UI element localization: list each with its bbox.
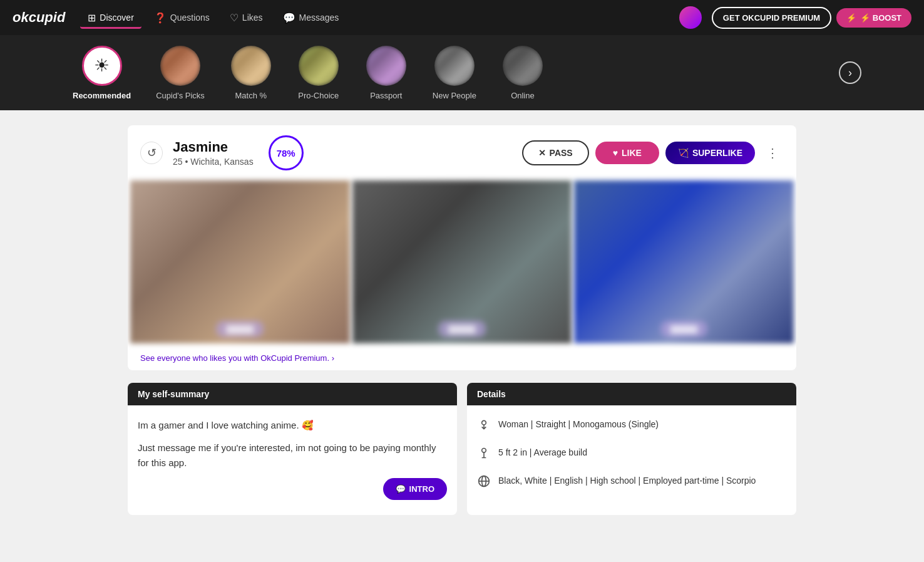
pass-button[interactable]: ✕ PASS [522,140,589,165]
photo-grid: ▓▓▓▓▓ ▓▓▓▓▓ ▓▓▓▓▓ [128,180,796,346]
category-pro-choice[interactable]: Pro-Choice [287,46,350,100]
new-people-thumb [434,46,475,86]
superlike-icon: 🏹 [678,148,689,158]
online-thumb [503,46,543,86]
photo-2-blur: ▓▓▓▓▓ [438,321,486,337]
svg-point-1 [482,449,486,453]
main-content: ↺ Jasmine 25 • Wichita, Kansas 78% ✕ PAS… [118,110,806,545]
intro-label: INTRO [409,484,434,494]
action-buttons: ✕ PASS ♥ LIKE 🏹 SUPERLIKE ⋮ [522,140,784,165]
height-text: 5 ft 2 in | Average build [498,446,786,459]
details-header: Details [467,383,796,405]
profile-card: ↺ Jasmine 25 • Wichita, Kansas 78% ✕ PAS… [128,125,796,370]
nav-questions[interactable]: ❓ Questions [146,7,217,29]
intro-button[interactable]: 💬 INTRO [383,478,447,500]
background-row: Black, White | English | High school | E… [477,474,786,492]
self-summary-text2: Just message me if you're interested, im… [138,440,447,471]
superlike-button[interactable]: 🏹 SUPERLIKE [665,142,755,164]
profile-header: ↺ Jasmine 25 • Wichita, Kansas 78% ✕ PAS… [128,125,796,180]
recommended-thumb: ☀ [82,46,122,86]
sun-icon: ☀ [94,55,110,76]
self-summary-section: My self-summary Im a gamer and I love wa… [128,383,457,515]
photo-1-blur: ▓▓▓▓▓ [216,321,264,337]
self-summary-header: My self-summary [128,383,457,405]
category-passport[interactable]: Passport [355,46,418,100]
online-label: Online [511,91,535,100]
pro-choice-label: Pro-Choice [298,91,339,100]
orientation-icon [477,419,491,436]
background-text: Black, White | English | High school | E… [498,474,786,487]
pro-choice-thumb [299,46,339,86]
avatar[interactable] [679,6,702,29]
likes-icon: ♡ [230,12,239,24]
like-label: LIKE [622,148,642,158]
profile-name: Jasmine [173,139,254,155]
boost-button[interactable]: ⚡ ⚡ BOOST [836,8,911,28]
self-summary-body: Im a gamer and I love watching anime. 🥰 … [128,405,457,513]
photo-3[interactable]: ▓▓▓▓▓ [574,180,794,343]
profile-separator: • [185,157,190,167]
svg-point-0 [482,420,486,425]
like-button[interactable]: ♥ LIKE [595,142,659,164]
category-bar: ☀ Recommended Cupid's Picks Match % Pro-… [0,35,924,110]
photo-1[interactable]: ▓▓▓▓▓ [130,180,350,343]
boost-icon: ⚡ [846,13,856,23]
details-section: Details Woman | Straight | Monogamous (S… [467,383,796,515]
category-online[interactable]: Online [491,46,554,100]
pass-x-icon: ✕ [538,148,546,158]
passport-thumb [366,46,406,86]
like-heart-icon: ♥ [613,148,618,158]
undo-button[interactable]: ↺ [140,142,163,164]
profile-sub: 25 • Wichita, Kansas [173,157,254,167]
photo-2[interactable]: ▓▓▓▓▓ [352,180,572,343]
discover-icon: ⊞ [88,12,96,24]
cupids-picks-thumb [160,46,200,86]
more-options-button[interactable]: ⋮ [761,143,784,163]
profile-info-grid: My self-summary Im a gamer and I love wa… [128,383,796,515]
nav-discover[interactable]: ⊞ Discover [80,7,141,29]
height-icon [477,447,491,464]
boost-label: ⚡ BOOST [860,13,901,23]
details-body: Woman | Straight | Monogamous (Single) 5… [467,405,796,515]
profile-age: 25 [173,157,183,167]
globe-icon [477,475,491,492]
recommended-label: Recommended [73,91,131,100]
profile-location: Wichita, Kansas [190,157,253,167]
questions-icon: ❓ [154,12,167,24]
orientation-text: Woman | Straight | Monogamous (Single) [498,418,786,431]
match-percent-circle: 78% [269,135,304,170]
profile-info: Jasmine 25 • Wichita, Kansas [173,139,254,167]
category-next-button[interactable]: › [839,61,861,84]
category-new-people[interactable]: New People [423,46,486,100]
intro-message-icon: 💬 [396,484,406,494]
premium-link[interactable]: See everyone who likes you with OkCupid … [128,346,796,370]
premium-link-text: See everyone who likes you with OkCupid … [140,353,334,363]
passport-label: Passport [370,91,402,100]
messages-icon: 💬 [283,12,295,24]
premium-button[interactable]: GET OKCUPID PREMIUM [712,7,831,29]
category-cupids-picks[interactable]: Cupid's Picks [146,46,215,100]
nav-discover-label: Discover [100,13,133,23]
new-people-label: New People [433,91,476,100]
nav-messages[interactable]: 💬 Messages [275,7,347,29]
photo-3-blur: ▓▓▓▓▓ [660,321,708,337]
self-summary-text1: Im a gamer and I love watching anime. 🥰 [138,418,447,433]
nav-questions-label: Questions [170,13,210,23]
cupids-picks-label: Cupid's Picks [156,91,205,100]
logo: okcupid [13,9,65,26]
match-percent-value: 78% [277,148,295,159]
category-recommended[interactable]: ☀ Recommended [63,46,141,100]
match-label: Match % [235,91,267,100]
navbar: okcupid ⊞ Discover ❓ Questions ♡ Likes 💬… [0,0,924,35]
orientation-row: Woman | Straight | Monogamous (Single) [477,418,786,436]
nav-likes[interactable]: ♡ Likes [222,7,270,29]
pass-label: PASS [550,148,573,158]
match-thumb [231,46,271,86]
superlike-label: SUPERLIKE [692,148,742,158]
category-match[interactable]: Match % [220,46,282,100]
height-row: 5 ft 2 in | Average build [477,446,786,464]
nav-messages-label: Messages [299,13,339,23]
nav-likes-label: Likes [242,13,263,23]
